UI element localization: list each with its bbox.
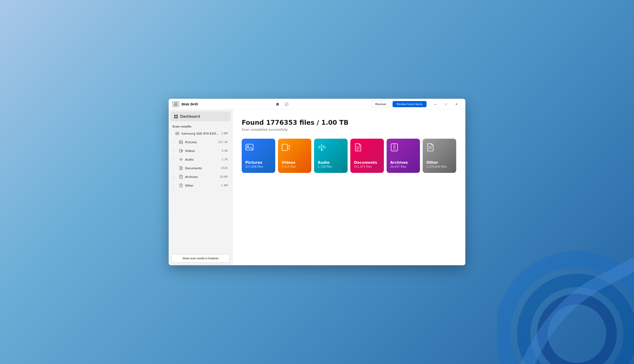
maximize-button[interactable]: □ — [441, 100, 451, 108]
file-card-pictures[interactable]: Pictures 217,058 files — [242, 139, 275, 173]
sidebar-footer: Show scan results in Explorer — [169, 252, 232, 265]
svg-point-2 — [542, 299, 611, 364]
sidebar-audio-count: 1.7K — [222, 158, 228, 161]
result-title: Found 1776353 files / 1.00 TB — [242, 119, 456, 126]
documents-icon — [179, 166, 183, 170]
sidebar-item-audio[interactable]: › Audio 1.7K — [170, 155, 231, 164]
sidebar-pictures-count: 217.1K — [218, 140, 228, 144]
chevron-icon: › — [173, 158, 177, 161]
archives-icon — [179, 174, 183, 179]
nav-icons — [269, 100, 371, 108]
title-bar-left: Disk Drill — [172, 101, 269, 107]
pictures-card-name: Pictures — [245, 160, 272, 165]
sidebar-archives-label: Archives — [185, 175, 218, 178]
minimize-button[interactable]: — — [430, 100, 441, 108]
file-card-other[interactable]: Other 1,379,644 files — [423, 139, 456, 173]
svg-rect-18 — [246, 144, 253, 150]
svg-rect-5 — [176, 133, 177, 134]
sidebar-pictures-label: Pictures — [185, 140, 216, 144]
pictures-card-count: 217,058 files — [245, 165, 272, 168]
sidebar-item-documents[interactable]: › Documents 152K — [170, 164, 231, 172]
main-layout: Dashboard Scan results Samsung SSD 970 E… — [169, 110, 465, 265]
app-window: Disk Drill Recover Review found items — … — [169, 99, 465, 265]
sidebar-item-other[interactable]: › Other 1.4M — [170, 181, 231, 190]
app-title: Disk Drill — [181, 102, 198, 106]
device-label: Samsung SSD 970 EVO... — [181, 132, 219, 135]
device-count: 1.8M — [221, 132, 228, 135]
chevron-icon: › — [173, 141, 177, 144]
check-button[interactable] — [283, 100, 290, 108]
svg-point-1 — [524, 280, 630, 364]
other-card-name: Other — [426, 160, 453, 165]
dashboard-label: Dashboard — [180, 114, 200, 118]
sidebar: Dashboard Scan results Samsung SSD 970 E… — [169, 110, 233, 265]
svg-rect-25 — [391, 144, 398, 151]
window-controls: — □ ✕ — [430, 100, 462, 108]
archives-card-name: Archives — [390, 160, 416, 165]
drive-icon — [175, 131, 180, 136]
svg-point-10 — [181, 160, 181, 161]
sidebar-docs-label: Documents — [185, 166, 219, 170]
chevron-icon: › — [173, 176, 177, 178]
recover-button[interactable]: Recover — [371, 101, 390, 108]
result-subtitle: Scan completed successfully — [242, 128, 456, 131]
archives-card-icon — [390, 143, 398, 152]
audio-icon — [179, 157, 183, 162]
home-button[interactable] — [274, 100, 281, 108]
pictures-icon — [179, 140, 183, 144]
svg-rect-7 — [179, 141, 183, 144]
sidebar-item-pictures[interactable]: › Pictures 217.1K — [170, 138, 231, 146]
documents-card-count: 151,973 files — [354, 165, 380, 168]
dashboard-icon — [174, 115, 178, 118]
documents-card-name: Documents — [354, 160, 380, 165]
content-area: Found 1776353 files / 1.00 TB Scan compl… — [233, 110, 465, 265]
sidebar-item-device[interactable]: Samsung SSD 970 EVO... 1.8M — [170, 129, 231, 138]
show-explorer-button[interactable]: Show scan results in Explorer — [171, 254, 230, 262]
sidebar-docs-count: 152K — [221, 166, 228, 170]
sidebar-videos-label: Videos — [185, 149, 220, 152]
file-card-archives[interactable]: Archives 20,637 files — [387, 139, 420, 173]
menu-button[interactable] — [172, 101, 179, 107]
videos-icon — [179, 148, 183, 153]
title-bar-actions: Recover Review found items — [371, 101, 427, 108]
svg-rect-9 — [179, 150, 182, 152]
other-card-icon — [426, 143, 434, 152]
file-cards-grid: Pictures 217,058 files Videos 5,313 file… — [242, 139, 456, 173]
file-card-audio[interactable]: Audio 1,728 files — [314, 139, 348, 173]
archives-card-count: 20,637 files — [390, 165, 416, 168]
sidebar-item-dashboard[interactable]: Dashboard — [171, 112, 231, 121]
sidebar-videos-count: 5.3K — [222, 149, 228, 152]
sidebar-archives-count: 20.6K — [220, 175, 228, 178]
videos-card-icon — [282, 143, 290, 152]
sidebar-other-label: Other — [185, 184, 219, 187]
svg-rect-20 — [282, 144, 288, 150]
videos-card-name: Videos — [282, 160, 308, 165]
title-bar: Disk Drill Recover Review found items — … — [169, 99, 465, 110]
file-card-videos[interactable]: Videos 5,313 files — [278, 139, 312, 173]
audio-card-icon — [318, 143, 326, 152]
chevron-icon: › — [173, 150, 177, 152]
pictures-card-icon — [245, 143, 254, 152]
other-icon — [179, 183, 183, 188]
videos-card-count: 5,313 files — [282, 165, 308, 168]
svg-point-21 — [321, 149, 323, 151]
review-button[interactable]: Review found items — [393, 101, 427, 107]
svg-point-6 — [178, 133, 179, 134]
sidebar-item-archives[interactable]: › Archives 20.6K — [170, 173, 231, 181]
sidebar-other-count: 1.4M — [221, 184, 228, 187]
other-card-count: 1,379,644 files — [426, 165, 453, 168]
documents-card-icon — [354, 143, 362, 152]
chevron-icon: › — [173, 167, 177, 170]
sidebar-audio-label: Audio — [185, 158, 220, 161]
audio-card-count: 1,728 files — [318, 165, 344, 168]
scan-results-label: Scan results — [169, 123, 232, 129]
file-card-documents[interactable]: Documents 151,973 files — [350, 139, 384, 173]
svg-point-0 — [502, 259, 634, 364]
svg-rect-13 — [180, 175, 182, 178]
audio-card-name: Audio — [318, 160, 344, 165]
chevron-icon: › — [173, 184, 177, 187]
close-button[interactable]: ✕ — [451, 100, 462, 108]
sidebar-item-videos[interactable]: › Videos 5.3K — [170, 147, 231, 155]
